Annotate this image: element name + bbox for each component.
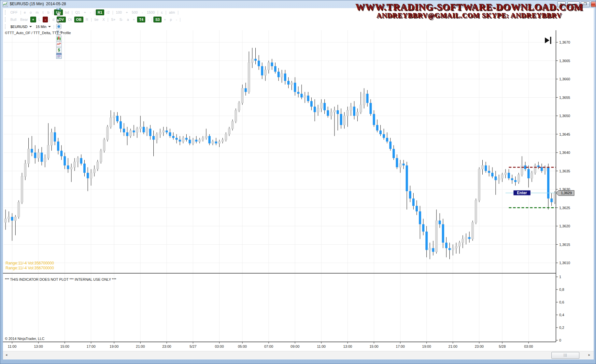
svg-text:1,3615: 1,3615 [559,243,570,247]
svg-text:11:00: 11:00 [317,344,326,348]
svg-text:15:00: 15:00 [60,344,69,348]
instrument-link-button[interactable]: L [557,1,566,7]
svg-text:19:00: 19:00 [110,344,119,348]
range-vol-line1: Range:11/-4 Vol:356700000 [6,261,54,265]
close-icon: ✕ [595,1,596,7]
svg-text:1,3640: 1,3640 [559,151,570,155]
horizontal-scrollbar[interactable]: ◄ ||| ► [3,351,594,359]
svg-text:07:00: 07:00 [264,344,273,348]
scroll-left-arrow[interactable]: ◄ [4,352,9,358]
svg-text:0,6: 0,6 [559,300,564,304]
close-button[interactable]: ✕ [591,1,596,7]
svg-text:0,4: 0,4 [559,313,564,317]
price-chart-svg: Enter1,36701,36651,36601,36551,36501,364… [3,8,594,351]
lower-panel-note: *** THIS INDICATOR DOES NOT PLOT *** INT… [5,277,116,281]
title-bar[interactable]: $EURUSD (15 Min) 2014-05-28 L ▬ ❐ ✕ [0,0,596,8]
svg-text:1: 1 [559,275,561,279]
maximize-icon: ❐ [584,1,587,7]
svg-text:5/28: 5/28 [499,344,505,348]
svg-text:13:00: 13:00 [34,344,43,348]
svg-text:05:00: 05:00 [238,344,247,348]
window-title: $EURUSD (15 Min) 2014-05-28 [10,2,66,6]
svg-text:1,3660: 1,3660 [559,77,570,81]
svg-text:1,3655: 1,3655 [559,96,570,100]
svg-text:11:00: 11:00 [8,344,17,348]
svg-text:1,3635: 1,3635 [559,169,570,173]
maximize-button[interactable]: ❐ [581,1,590,7]
svg-text:23:00: 23:00 [475,344,484,348]
svg-text:23:00: 23:00 [162,344,171,348]
scrollbar-thumb[interactable]: ||| [551,352,579,359]
svg-text:1,3625: 1,3625 [559,206,570,210]
svg-text:21:00: 21:00 [136,344,145,348]
svg-text:1,3650: 1,3650 [559,114,570,118]
svg-text:5/27: 5/27 [190,344,196,348]
minimize-icon: ▬ [572,1,575,7]
svg-text:1,3645: 1,3645 [559,132,570,136]
svg-text:17:00: 17:00 [396,344,405,348]
svg-text:1,3629: 1,3629 [561,191,572,195]
range-vol-line2: Range:11/-4 Vol:356700000 [6,266,54,270]
svg-text:1,3665: 1,3665 [559,59,570,63]
panel-indicator-label: ©TTT_Auto_OF / TTT_Delta, TTT_Profile [5,31,71,35]
svg-text:1,3610: 1,3610 [559,261,570,265]
svg-text:21:00: 21:00 [448,344,458,348]
svg-text:17:00: 17:00 [87,344,96,348]
chart-client-area: OFF|eomtb|Upbd|Q1+-|R1r2|100+500-1500|c|… [3,8,594,359]
svg-text:09:00: 09:00 [291,344,300,348]
svg-text:03:00: 03:00 [215,344,224,348]
svg-text:0,8: 0,8 [559,288,564,291]
scroll-right-arrow[interactable]: ► [587,352,592,358]
svg-text:13:00: 13:00 [343,344,352,348]
svg-text:0,2: 0,2 [559,326,564,330]
app-window: $EURUSD (15 Min) 2014-05-28 L ▬ ❐ ✕ OFF|… [0,0,596,364]
svg-text:1,3620: 1,3620 [559,224,570,228]
svg-text:0: 0 [559,338,561,342]
ninjatrader-copyright: © 2014 NinjaTrader, LLC [5,337,44,341]
app-chart-icon [3,2,8,7]
svg-text:19:00: 19:00 [422,344,431,348]
svg-text:Enter: Enter [517,191,527,195]
svg-text:1,3670: 1,3670 [559,40,570,44]
minimize-button[interactable]: ▬ [567,1,580,7]
svg-text:03:00: 03:00 [524,344,533,348]
svg-text:15:00: 15:00 [369,344,378,348]
